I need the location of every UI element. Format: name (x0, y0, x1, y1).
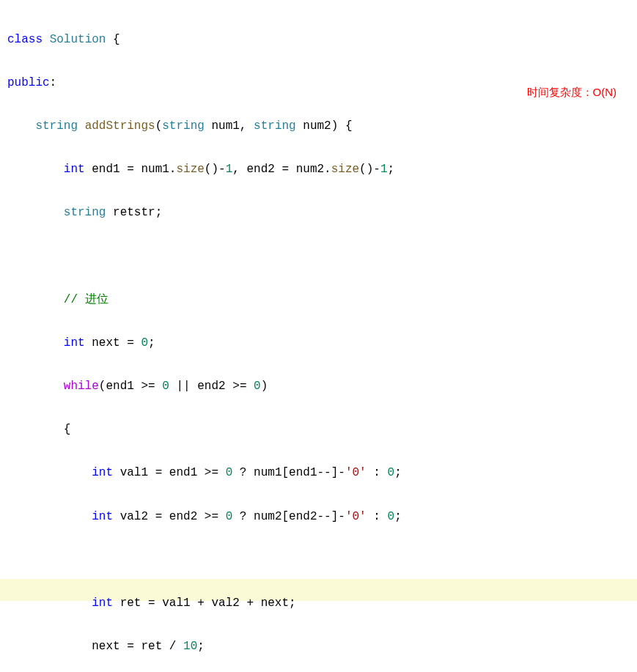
text: || end2 >= (169, 380, 254, 393)
text: (end1 >= (99, 380, 162, 393)
number: 0 (254, 380, 261, 393)
code-line-11: int val2 = end2 >= 0 ? num2[end2--]-'0' … (7, 506, 637, 528)
text: , end2 = num2. (232, 163, 331, 176)
code-line-5: string retstr; (7, 202, 637, 224)
type-string: string (35, 119, 78, 133)
semicolon: ; (394, 510, 402, 523)
type-int: int (92, 466, 113, 479)
text: ()- (205, 163, 226, 176)
text: next = (85, 336, 141, 350)
semicolon: ; (148, 336, 155, 350)
keyword-public: public (7, 76, 50, 89)
paren: ( (155, 119, 163, 133)
text: : (367, 466, 388, 479)
type-string: string (162, 119, 205, 133)
code-line-6: // 进位 (7, 289, 637, 311)
code-line-1: class Solution { (7, 29, 637, 51)
param: num1, (205, 119, 254, 133)
semicolon: ; (197, 640, 205, 653)
code-line-12: int ret = val1 + val2 + next; (7, 593, 637, 615)
code-line-3: string addStrings(string num1, string nu… (7, 116, 637, 138)
code-line-7: int next = 0; (7, 333, 637, 355)
number: 10 (183, 640, 197, 653)
number: 0 (388, 466, 395, 479)
type-int: int (64, 336, 85, 350)
text: ()- (359, 163, 380, 176)
bracket: { (64, 423, 71, 436)
text: ? num2[end2--]- (232, 510, 345, 523)
text: ) (261, 380, 268, 393)
type-int: int (64, 163, 85, 176)
semicolon: ; (388, 163, 395, 176)
code-line-9: { (7, 419, 637, 441)
text: ret = val1 + val2 + next; (113, 597, 296, 610)
text: end1 = num1. (85, 163, 177, 176)
number: 0 (226, 510, 233, 523)
string-literal: '0' (345, 510, 367, 523)
func-size: size (176, 163, 204, 176)
code-line-blank (7, 246, 637, 268)
text: val2 = end2 >= (113, 510, 226, 523)
number: 0 (226, 466, 233, 479)
text: next = ret / (92, 640, 183, 653)
param: num2) { (296, 119, 353, 133)
text: ? num1[end1--]- (232, 466, 345, 479)
string-literal: '0' (345, 466, 367, 479)
type-int: int (92, 510, 113, 523)
code-line-4: int end1 = num1.size()-1, end2 = num2.si… (7, 159, 637, 181)
type-int: int (92, 597, 113, 610)
keyword-while: while (64, 380, 99, 393)
func-name: addStrings (85, 119, 155, 133)
number: 0 (141, 336, 148, 350)
code-line-blank (7, 550, 637, 572)
semicolon: ; (394, 466, 402, 479)
text: : (367, 510, 388, 523)
code-line-10: int val1 = end1 >= 0 ? num1[end1--]-'0' … (7, 462, 637, 484)
class-name: Solution (50, 33, 106, 46)
colon: : (50, 76, 57, 89)
comment: // 进位 (64, 293, 108, 306)
type-string: string (254, 119, 296, 133)
code-line-8: while(end1 >= 0 || end2 >= 0) (7, 376, 637, 398)
number: 0 (388, 510, 395, 523)
code-line-13: next = ret / 10; (7, 636, 637, 658)
number: 1 (380, 163, 388, 176)
func-size: size (331, 163, 359, 176)
text: retstr; (106, 206, 162, 219)
bracket: { (106, 33, 119, 46)
keyword-class: class (7, 33, 43, 46)
number: 0 (162, 380, 169, 393)
number: 1 (226, 163, 233, 176)
type-string: string (64, 206, 106, 219)
time-complexity-annotation: 时间复杂度：O(N) (527, 82, 617, 103)
text: val1 = end1 >= (113, 466, 226, 479)
code-block: class Solution { public: string addStrin… (7, 7, 637, 672)
